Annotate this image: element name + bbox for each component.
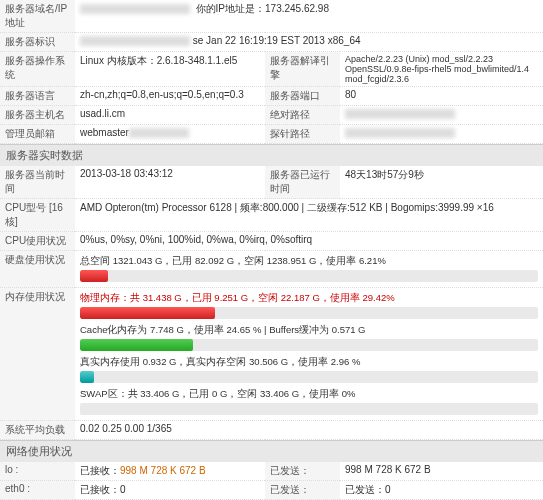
cpu-model-value: AMD Opteron(tm) Processor 6128 | 频率:800.…	[75, 199, 543, 232]
uptime-value: 48天13时57分9秒	[340, 166, 543, 199]
time-label: 服务器当前时间	[0, 166, 75, 199]
os-label: 服务器操作系统	[0, 52, 75, 87]
engine-value: Apache/2.2.23 (Unix) mod_ssl/2.2.23 Open…	[340, 52, 543, 87]
load-value: 0.02 0.25 0.00 1/365	[75, 421, 543, 440]
disk-bar	[80, 270, 538, 282]
port-value: 80	[340, 87, 543, 106]
lo-tx-lbl: 已发送：	[265, 462, 340, 481]
mem-block: 物理内存：共 31.438 G，已用 9.251 G，空闲 22.187 G，使…	[75, 288, 543, 421]
port-label: 服务器端口	[265, 87, 340, 106]
uptime-label: 服务器已运行时间	[265, 166, 340, 199]
mem-cache-bar	[80, 339, 538, 351]
engine-label: 服务器解译引擎	[265, 52, 340, 87]
hostname-value: usad.li.cm	[75, 106, 265, 125]
admin-value: webmaster	[75, 125, 265, 144]
mem-real-bar	[80, 371, 538, 383]
abspath-value	[340, 106, 543, 125]
disk-value: 总空间 1321.043 G，已用 82.092 G，空闲 1238.951 G…	[75, 251, 543, 288]
eth0-label: eth0 :	[0, 481, 75, 500]
disk-label: 硬盘使用状况	[0, 251, 75, 288]
lang-value: zh-cn,zh;q=0.8,en-us;q=0.5,en;q=0.3	[75, 87, 265, 106]
eth0-tx-lbl: 已发送：	[265, 481, 340, 500]
server-id-label: 服务器标识	[0, 33, 75, 52]
eth0-rx: 已接收：0	[75, 481, 265, 500]
lo-label: lo :	[0, 462, 75, 481]
probe-value	[340, 125, 543, 144]
hostname-label: 服务器主机名	[0, 106, 75, 125]
abspath-label: 绝对路径	[265, 106, 340, 125]
domain-ip-value: 你的IP地址是：173.245.62.98	[75, 0, 543, 33]
lo-tx: 998 M 728 K 672 B	[340, 462, 543, 481]
cpu-usage-value: 0%us, 0%sy, 0%ni, 100%id, 0%wa, 0%irq, 0…	[75, 232, 543, 251]
mem-phys-bar	[80, 307, 538, 319]
admin-label: 管理员邮箱	[0, 125, 75, 144]
eth0-tx: 已发送：0	[340, 481, 543, 500]
lang-label: 服务器语言	[0, 87, 75, 106]
network-header: 网络使用状况	[0, 440, 543, 462]
realtime-table: 服务器当前时间 2013-03-18 03:43:12 服务器已运行时间 48天…	[0, 166, 543, 440]
cpu-model-label: CPU型号 [16核]	[0, 199, 75, 232]
mem-label: 内存使用状况	[0, 288, 75, 421]
probe-label: 探针路径	[265, 125, 340, 144]
server-info-table: 服务器域名/IP地址 你的IP地址是：173.245.62.98 服务器标识 s…	[0, 0, 543, 144]
realtime-header: 服务器实时数据	[0, 144, 543, 166]
time-value: 2013-03-18 03:43:12	[75, 166, 265, 199]
mem-swap-bar	[80, 403, 538, 415]
cpu-usage-label: CPU使用状况	[0, 232, 75, 251]
network-table: lo : 已接收：998 M 728 K 672 B 已发送： 998 M 72…	[0, 462, 543, 500]
domain-ip-label: 服务器域名/IP地址	[0, 0, 75, 33]
server-id-value: se Jan 22 16:19:19 EST 2013 x86_64	[75, 33, 543, 52]
load-label: 系统平均负载	[0, 421, 75, 440]
os-value: Linux 内核版本：2.6.18-348.1.1.el5	[75, 52, 265, 87]
lo-rx: 已接收：998 M 728 K 672 B	[75, 462, 265, 481]
